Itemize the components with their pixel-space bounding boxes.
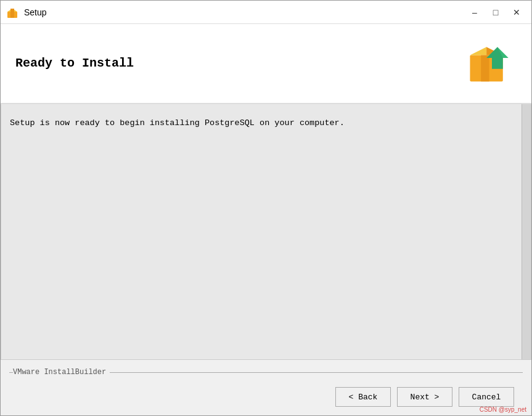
setup-window: Setup – □ ✕ Ready to Install xyxy=(0,0,532,416)
svg-rect-2 xyxy=(10,9,14,12)
next-button[interactable]: Next > xyxy=(397,387,452,407)
minimize-button[interactable]: – xyxy=(465,4,485,21)
title-bar: Setup – □ ✕ xyxy=(1,1,531,24)
maximize-button[interactable]: □ xyxy=(486,4,505,21)
cancel-button[interactable]: Cancel xyxy=(459,387,514,407)
svg-rect-7 xyxy=(481,55,489,82)
content-area: Setup is now ready to begin installing P… xyxy=(1,104,531,359)
footer-buttons: < Back Next > Cancel xyxy=(9,387,523,407)
back-button[interactable]: < Back xyxy=(335,387,391,407)
svg-marker-5 xyxy=(470,47,486,55)
close-button[interactable]: ✕ xyxy=(507,4,526,21)
header-area: Ready to Install xyxy=(1,24,531,104)
footer-area: VMware InstallBuilder < Back Next > Canc… xyxy=(1,359,531,415)
window-icon xyxy=(6,6,19,19)
window-controls: – □ ✕ xyxy=(465,4,526,21)
package-icon xyxy=(467,33,517,86)
page-title: Ready to Install xyxy=(15,55,517,72)
header-text: Ready to Install xyxy=(15,55,517,72)
svg-rect-3 xyxy=(10,12,14,18)
content-message: Setup is now ready to begin installing P… xyxy=(10,116,522,130)
watermark: CSDN @syp_net xyxy=(480,406,526,413)
vmware-label: VMware InstallBuilder xyxy=(13,368,110,377)
window-title: Setup xyxy=(24,7,465,17)
vmware-label-container: VMware InstallBuilder xyxy=(9,366,523,378)
